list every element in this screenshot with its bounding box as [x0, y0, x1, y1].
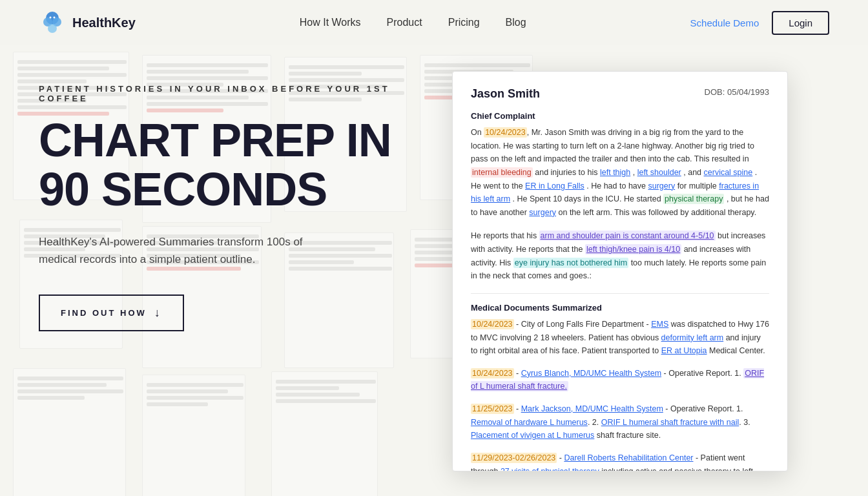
patient-dob: DOB: 05/04/1993 [705, 87, 770, 97]
internal-bleeding: internal bleeding [471, 167, 533, 178]
hero-left: PATIENT HISTORIES IN YOUR INBOX BEFORE Y… [39, 71, 413, 331]
hero-section: PATIENT HISTORIES IN YOUR INBOX BEFORE Y… [0, 45, 868, 471]
entry-3-text: 11/25/2023 - Mark Jackson, MD/UMC Health… [471, 402, 769, 442]
hero-right: Jason Smith DOB: 05/04/1993 Chief Compla… [452, 71, 829, 471]
entry-3-removal: Removal of hardware L humerus [471, 418, 588, 427]
hero-title-line1: CHART PREP IN [39, 116, 413, 165]
entry-1-text: 10/24/2023 - City of Long Falls Fire Dep… [471, 318, 769, 358]
nav-how-it-works[interactable]: How It Works [300, 17, 361, 28]
logo-text: HealthKey [72, 16, 136, 30]
knee-pain: left thigh/knee pain is 4/10 [585, 244, 681, 254]
patient-card: Jason Smith DOB: 05/04/1993 Chief Compla… [452, 71, 788, 471]
entry-3-date: 11/25/2023 [471, 404, 514, 414]
medical-entry-4: 11/29/2023-02/26/2023 - Darell Roberts R… [471, 451, 769, 471]
patient-header: Jason Smith DOB: 05/04/1993 [471, 87, 769, 101]
entry-1-er: ER at Utopia [661, 346, 707, 355]
svg-point-5 [54, 17, 56, 19]
eye-injury: eye injury has not bothered him [513, 258, 628, 268]
complaint-date: 10/24/2023 [484, 127, 527, 138]
entry-3-orif: ORIF L humeral shaft fracture with nail [601, 418, 739, 427]
hero-title-line2: 90 SECONDS [39, 165, 413, 214]
pain-report-text: He reports that his arm and shoulder pai… [471, 229, 769, 283]
navbar: HealthKey How It Works Product Pricing B… [0, 0, 868, 45]
entry-1-deformity: deformity left arm [661, 333, 724, 342]
login-button[interactable]: Login [772, 11, 829, 35]
entry-2-doctor: Cyrus Blanch, MD/UMC Health System [521, 369, 661, 378]
entry-2-date: 10/24/2023 [471, 368, 514, 378]
surgery-2: surgery [529, 208, 556, 217]
nav-blog[interactable]: Blog [506, 17, 526, 28]
entry-1-date: 10/24/2023 [471, 319, 514, 329]
find-out-label: FIND OUT HOW [61, 308, 147, 318]
nav-links: How It Works Product Pricing Blog [300, 17, 526, 28]
svg-point-4 [50, 17, 52, 19]
entry-3-placement: Placement of vivigen at L humerus [471, 431, 594, 440]
medical-entry-1: 10/24/2023 - City of Long Falls Fire Dep… [471, 318, 769, 358]
nav-actions: Schedule Demo Login [690, 11, 829, 35]
entry-4-date: 11/29/2023-02/26/2023 [471, 453, 557, 463]
arrow-down-icon: ↓ [154, 306, 162, 320]
hero-title: CHART PREP IN 90 SECONDS [39, 116, 413, 214]
physical-therapy-1: physical therapy [663, 194, 724, 204]
entry-4-text: 11/29/2023-02/26/2023 - Darell Roberts R… [471, 451, 769, 471]
schedule-demo-button[interactable]: Schedule Demo [690, 17, 760, 28]
surgery-1: surgery [648, 181, 675, 191]
divider-1 [471, 293, 769, 294]
logo-icon [39, 9, 66, 36]
entry-1-ems: EMS [651, 320, 668, 329]
entry-4-rehab: Darell Roberts Rehabilitation Center [564, 453, 693, 462]
cervical-spine: cervical spine [704, 168, 753, 177]
medical-entry-2: 10/24/2023 - Cyrus Blanch, MD/UMC Health… [471, 367, 769, 393]
entry-4-pt: 27 visits of physical therapy [501, 467, 599, 472]
hero-description: HealthKey's AI-powered Summaries transfo… [39, 233, 336, 268]
nav-product[interactable]: Product [387, 17, 422, 28]
left-thigh: left thigh [600, 168, 630, 177]
chief-complaint-label: Chief Complaint [471, 111, 769, 121]
chief-complaint-text: On 10/24/2023, Mr. Jason Smith was drivi… [471, 126, 769, 219]
arm-shoulder-pain: arm and shoulder pain is constant around… [539, 231, 716, 241]
hero-subtitle: PATIENT HISTORIES IN YOUR INBOX BEFORE Y… [39, 84, 413, 103]
medical-entry-3: 11/25/2023 - Mark Jackson, MD/UMC Health… [471, 402, 769, 442]
nav-pricing[interactable]: Pricing [448, 17, 480, 28]
logo-area: HealthKey [39, 9, 136, 36]
med-docs-label: Medical Documents Summarized [471, 303, 769, 313]
er-long-falls: ER in Long Falls [525, 181, 584, 191]
entry-2-text: 10/24/2023 - Cyrus Blanch, MD/UMC Health… [471, 367, 769, 393]
entry-3-doctor: Mark Jackson, MD/UMC Health System [521, 404, 663, 413]
patient-name: Jason Smith [471, 87, 540, 101]
find-out-how-button[interactable]: FIND OUT HOW ↓ [39, 294, 184, 331]
left-shoulder: left shoulder [637, 168, 681, 177]
svg-point-3 [48, 24, 57, 33]
